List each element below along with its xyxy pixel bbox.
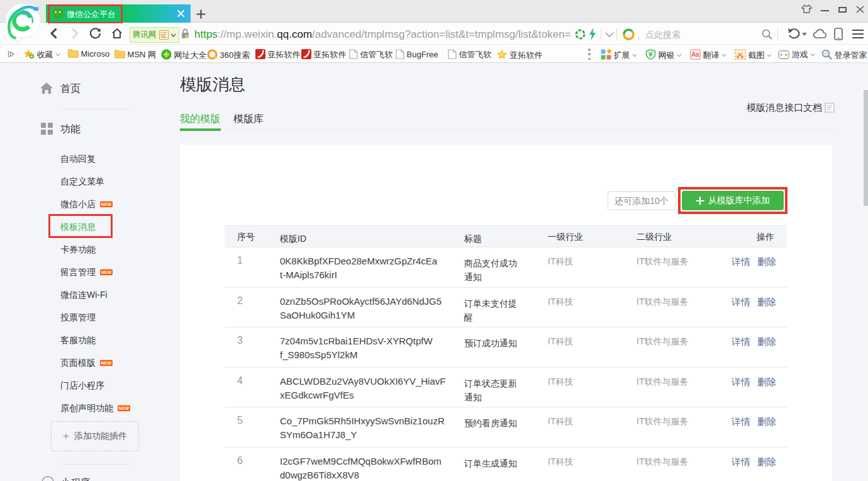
svg-text:Aa: Aa [691, 51, 699, 58]
